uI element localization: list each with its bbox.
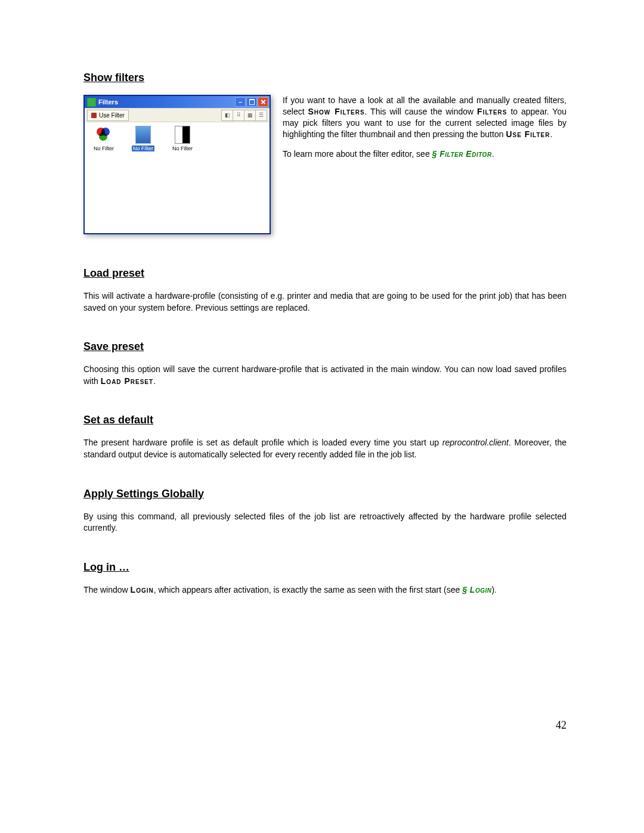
xref-filter-editor: § Filter Editor <box>432 149 492 159</box>
view-icon-3[interactable]: ▦ <box>244 110 255 120</box>
save-preset-body: Choosing this option will save the curre… <box>83 364 566 387</box>
show-filters-para-1: If you want to have a look at all the av… <box>283 95 566 140</box>
view-icon-4[interactable]: ☰ <box>255 110 267 120</box>
cmd-use-filter: Use Filter <box>506 129 550 139</box>
heading-apply-global: Apply Settings Globally <box>83 488 566 500</box>
use-filter-icon <box>91 113 97 118</box>
maximize-button[interactable] <box>246 97 257 107</box>
xref-login: § Login <box>462 585 491 594</box>
load-preset-body: This will activate a hardware-profile (c… <box>83 290 566 314</box>
login-body: The window Login, which appears after ac… <box>83 584 566 596</box>
filters-thumbnail-area: No Filter No Filter No Filter <box>85 122 270 233</box>
cmd-filters-window: Filters <box>477 107 507 116</box>
filters-window: Filters – Use Filter ◧ ⠿ ▦ ☰ <box>83 95 271 234</box>
filter-thumb[interactable]: No Filter <box>167 126 198 151</box>
app-icon <box>87 98 96 107</box>
bw-split-icon <box>175 126 190 144</box>
show-filters-para-2: To learn more about the filter editor, s… <box>283 148 566 160</box>
window-title: Filters <box>98 98 118 106</box>
filter-thumb[interactable]: No Filter <box>88 126 119 151</box>
rgb-icon <box>95 126 113 144</box>
view-icon-2[interactable]: ⠿ <box>233 110 244 120</box>
filter-thumb-selected[interactable]: No Filter <box>128 126 159 151</box>
view-mode-group: ◧ ⠿ ▦ ☰ <box>221 110 267 121</box>
filters-toolbar: Use Filter ◧ ⠿ ▦ ☰ <box>85 108 270 122</box>
cmd-load-preset: Load Preset <box>101 376 153 386</box>
heading-login: Log in … <box>83 561 566 574</box>
close-button[interactable] <box>258 97 268 107</box>
apply-global-body: By using this command, all previously se… <box>83 511 566 534</box>
heading-load-preset: Load preset <box>83 267 566 280</box>
use-filter-button[interactable]: Use Filter <box>87 110 129 121</box>
view-icon-1[interactable]: ◧ <box>222 110 233 120</box>
heading-show-filters: Show filters <box>83 72 566 84</box>
gradient-icon <box>135 126 151 144</box>
cmd-show-filters: Show Filters <box>308 107 365 116</box>
set-default-body: The present hardware profile is set as d… <box>83 437 566 460</box>
minimize-button[interactable]: – <box>235 97 246 107</box>
cmd-login-window: Login <box>131 585 154 594</box>
heading-save-preset: Save preset <box>83 340 566 353</box>
page-number: 42 <box>556 719 566 732</box>
app-name: reprocontrol.client <box>442 438 509 447</box>
heading-set-default: Set as default <box>83 414 566 426</box>
window-titlebar[interactable]: Filters – <box>85 96 270 108</box>
